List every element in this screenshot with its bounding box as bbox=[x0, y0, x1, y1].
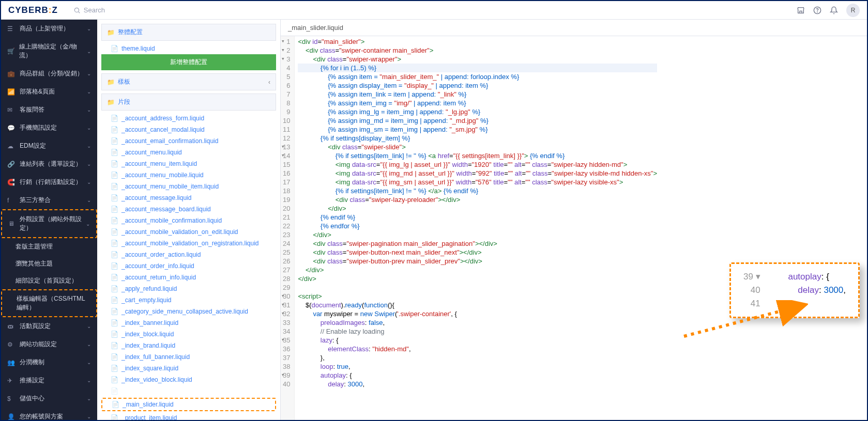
file-item[interactable]: 📄_account_order_action.liquid bbox=[101, 249, 276, 260]
link-icon: 🔗 bbox=[7, 161, 16, 168]
file-item[interactable]: 📄_account_cancel_modal.liquid bbox=[101, 124, 276, 135]
file-icon: 📄 bbox=[111, 160, 118, 167]
sidebar-item[interactable]: 💼商品群組（分類/促銷）⌄ bbox=[1, 65, 97, 83]
search-icon bbox=[73, 7, 81, 14]
file-item[interactable]: 📄_category_side_menu_collapsed_active.li… bbox=[101, 306, 276, 317]
sidebar-item[interactable]: f第三方整合⌄ bbox=[1, 191, 97, 209]
file-item[interactable]: 📄_account_address_form.liquid bbox=[101, 113, 276, 124]
sidebar-item[interactable]: ⚙網站功能設定⌄ bbox=[1, 335, 97, 353]
file-item[interactable]: 📄_account_menu_item.liquid bbox=[101, 158, 276, 169]
sidebar-item[interactable]: 🛒線上購物設定（金/物流）⌄ bbox=[1, 38, 97, 65]
file-item[interactable]: 📄_index_banner.liquid bbox=[101, 317, 276, 329]
filetree-section-fragments[interactable]: 📁 片段 bbox=[101, 93, 276, 111]
file-icon: 📄 bbox=[111, 217, 118, 224]
logo[interactable]: CYBERB:Z bbox=[8, 5, 58, 15]
sidebar-item-label: 第三方整合 bbox=[20, 196, 51, 205]
file-item[interactable]: 📄_account_message_board.liquid bbox=[101, 204, 276, 215]
sidebar-item[interactable]: 📶部落格&頁面⌄ bbox=[1, 83, 97, 101]
file-icon: 📄 bbox=[111, 251, 118, 258]
file-item[interactable]: 📄_account_mobile_validation_on_registrat… bbox=[101, 238, 276, 249]
file-item[interactable]: 📄 theme.liquid bbox=[101, 43, 276, 54]
sidebar-item[interactable]: 💬手機簡訊設定⌄ bbox=[1, 119, 97, 137]
code-content[interactable]: <div id="main_slider"> <div class="swipe… bbox=[295, 36, 660, 420]
file-item[interactable]: 📄_account_menu_mobile.liquid bbox=[101, 169, 276, 181]
sidebar-item[interactable]: ☁EDM設定⌄ bbox=[1, 137, 97, 155]
code-editor: _main_slider.liquid 12345678910111213141… bbox=[281, 20, 867, 420]
dollar-icon: $ bbox=[7, 395, 16, 402]
file-item[interactable]: 📄_account_mobile_confirmation.liquid bbox=[101, 215, 276, 226]
file-item[interactable]: 📄_index_block.liquid bbox=[101, 329, 276, 340]
chevron-down-icon: ⌄ bbox=[87, 71, 91, 76]
bell-icon[interactable] bbox=[830, 6, 838, 14]
add-config-button[interactable]: 新增整體配置 bbox=[101, 54, 276, 70]
file-item-main-slider[interactable]: 📄 _main_slider.liquid bbox=[102, 399, 275, 410]
ticket-icon: 🎟 bbox=[7, 323, 16, 330]
search-input[interactable]: Search bbox=[73, 6, 105, 14]
sidebar-item-label: 連結列表（選單設定） bbox=[20, 160, 82, 168]
code-area[interactable]: 1234567891011121314151617181920212223242… bbox=[281, 36, 867, 420]
sidebar-item[interactable]: ✈推播設定⌄ bbox=[1, 371, 97, 389]
sidebar-subitem[interactable]: 細部設定（首頁設定） bbox=[1, 272, 97, 289]
file-item[interactable]: 📄_account_mobile_validation_on_edit.liqu… bbox=[101, 226, 276, 238]
sidebar-item[interactable]: ✉客服問答⌄ bbox=[1, 101, 97, 119]
file-item[interactable]: 📄_account_menu_mobile_item.liquid bbox=[101, 181, 276, 192]
help-icon[interactable] bbox=[813, 6, 821, 14]
editor-tab[interactable]: _main_slider.liquid bbox=[281, 20, 867, 36]
file-item[interactable]: 📄 _product_item.liquid bbox=[101, 412, 276, 420]
sidebar-item-label: 分潤機制 bbox=[20, 358, 44, 367]
sidebar-item-label: 線上購物設定（金/物流） bbox=[19, 42, 87, 60]
file-icon: 📄 bbox=[111, 228, 118, 236]
mail-icon: ✉ bbox=[7, 106, 16, 114]
sidebar-item[interactable]: ☰商品（上架管理）⌄ bbox=[1, 20, 97, 38]
sidebar-item[interactable]: $儲值中心⌄ bbox=[1, 389, 97, 408]
chevron-down-icon: ⌄ bbox=[87, 26, 91, 32]
folder-icon: 📁 bbox=[107, 79, 115, 86]
sidebar-item-template-editor[interactable]: 樣板編輯器（CSS/HTML編輯） bbox=[1, 289, 97, 317]
chevron-down-icon: ⌄ bbox=[87, 161, 91, 167]
file-item[interactable]: 📄_account_return_info.liquid bbox=[101, 272, 276, 283]
svg-point-3 bbox=[817, 12, 818, 12]
chevron-down-icon: ⌄ bbox=[87, 396, 91, 401]
sidebar-item-label: 商品群組（分類/促銷） bbox=[20, 69, 83, 78]
sidebar-item-label: 商品（上架管理） bbox=[20, 24, 69, 33]
chevron-down-icon: ⌄ bbox=[87, 341, 91, 347]
sidebar-item[interactable]: 🎟活動頁設定⌄ bbox=[1, 317, 97, 335]
cart-icon: 🛒 bbox=[7, 48, 15, 55]
file-item[interactable]: 📄_account_message.liquid bbox=[101, 192, 276, 204]
sidebar-item[interactable]: 👤您的帳號與方案⌄ bbox=[1, 408, 97, 420]
file-icon: 📄 bbox=[111, 376, 118, 383]
file-item[interactable]: 📄_account_order_info.liquid bbox=[101, 260, 276, 272]
file-item[interactable]: 📄_account_menu.liquid bbox=[101, 147, 276, 158]
file-icon: 📄 bbox=[111, 414, 118, 420]
chevron-down-icon: ⌄ bbox=[87, 414, 91, 419]
store-icon[interactable] bbox=[797, 6, 805, 14]
file-item[interactable]: 📄 bbox=[101, 385, 276, 397]
file-item[interactable]: 📄_cart_empty.liquid bbox=[101, 294, 276, 306]
sidebar: ☰商品（上架管理）⌄🛒線上購物設定（金/物流）⌄💼商品群組（分類/促銷）⌄📶部落… bbox=[1, 20, 97, 420]
file-item[interactable]: 📄_apply_refund.liquid bbox=[101, 283, 276, 294]
file-item[interactable]: 📄_account_email_confirmation.liquid bbox=[101, 135, 276, 147]
chevron-down-icon: ⌄ bbox=[87, 323, 91, 329]
sidebar-subitem[interactable]: 瀏覽其他主題 bbox=[1, 255, 97, 272]
avatar[interactable]: R bbox=[846, 4, 860, 17]
file-icon: 📄 bbox=[111, 365, 118, 372]
sidebar-item[interactable]: 🔗連結列表（選單設定）⌄ bbox=[1, 155, 97, 173]
file-item[interactable]: 📄_index_full_banner.liquid bbox=[101, 351, 276, 363]
sidebar-item[interactable]: 🧲行銷（行銷活動設定）⌄ bbox=[1, 173, 97, 191]
sidebar-item[interactable]: 👥分潤機制⌄ bbox=[1, 353, 97, 371]
filetree-section-templates[interactable]: 📁 樣板 ‹ bbox=[101, 73, 276, 90]
sidebar-subitem[interactable]: 套版主題管理 bbox=[1, 238, 97, 255]
topbar: CYBERB:Z Search R bbox=[1, 1, 867, 20]
file-item[interactable]: 📄_index_square.liquid bbox=[101, 363, 276, 374]
chevron-down-icon: ⌄ bbox=[87, 143, 91, 149]
sidebar-item-label: 活動頁設定 bbox=[20, 322, 51, 331]
file-icon: 📄 bbox=[111, 115, 118, 122]
svg-point-0 bbox=[74, 8, 79, 12]
file-item[interactable]: 📄_index_brand.liquid bbox=[101, 340, 276, 351]
filetree-section-overall[interactable]: 📁 整體配置 bbox=[101, 24, 276, 41]
chevron-left-icon: ‹ bbox=[268, 79, 270, 86]
file-item[interactable]: 📄_index_video_block.liquid bbox=[101, 374, 276, 385]
file-icon: 📄 bbox=[111, 240, 118, 247]
sidebar-item-appearance[interactable]: 🖥 外觀設置（網站外觀設定） ⌄ bbox=[1, 209, 97, 238]
chevron-down-icon: ⌄ bbox=[87, 179, 91, 185]
